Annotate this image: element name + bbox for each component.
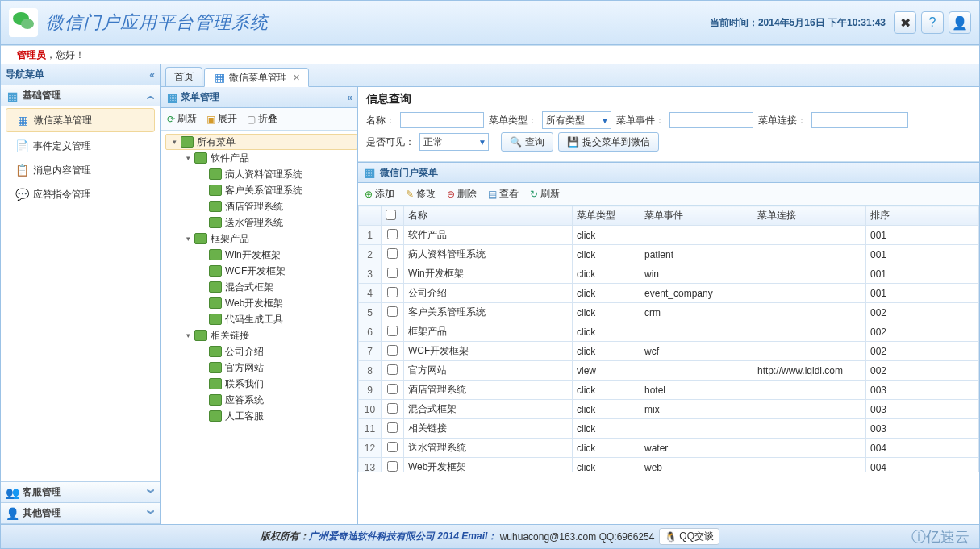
column-header[interactable]: 菜单连接 xyxy=(753,206,866,226)
sidebar-item-2[interactable]: 📋消息内容管理 xyxy=(1,158,160,182)
footer-email[interactable]: wuhuacong@163.com xyxy=(500,531,597,543)
tree-node[interactable]: 送水管理系统 xyxy=(165,214,357,231)
view-button[interactable]: ▤查看 xyxy=(488,187,519,201)
sidebar-item-label: 应答指令管理 xyxy=(33,188,91,202)
tree-node[interactable]: 客户关系管理系统 xyxy=(165,182,357,198)
nav-group-basic[interactable]: ▦ 基础管理 ︽ xyxy=(1,85,160,106)
cell-name: 官方网站 xyxy=(404,361,573,381)
qq-chat-button[interactable]: 🐧QQ交谈 xyxy=(659,528,719,545)
help-icon[interactable]: ? xyxy=(921,11,944,34)
tree-node[interactable]: Win开发框架 xyxy=(165,247,357,263)
table-row[interactable]: 13Web开发框架clickweb004 xyxy=(359,458,979,472)
nav-group-other[interactable]: 👤 其他管理 ︾ xyxy=(1,503,160,524)
column-header[interactable] xyxy=(359,206,382,226)
tree-node[interactable]: 人工客服 xyxy=(165,408,357,424)
table-row[interactable]: 12送水管理系统clickwater004 xyxy=(359,439,979,458)
type-select[interactable]: 所有类型▼ xyxy=(542,111,611,129)
close-icon[interactable]: ✕ xyxy=(293,73,300,83)
cell-name: 酒店管理系统 xyxy=(404,381,573,400)
table-row[interactable]: 7WCF开发框架clickwcf002 xyxy=(359,342,979,361)
caret-icon[interactable]: ▾ xyxy=(183,331,193,339)
tree-node[interactable]: 病人资料管理系统 xyxy=(165,166,357,182)
grid-refresh-button[interactable]: ↻刷新 xyxy=(530,187,560,201)
table-row[interactable]: 2病人资料管理系统clickpatient001 xyxy=(359,245,979,264)
tree-node[interactable]: 联系我们 xyxy=(165,376,357,392)
sidebar-item-0[interactable]: ▦微信菜单管理 xyxy=(6,108,155,132)
column-header[interactable]: 名称 xyxy=(404,206,573,226)
cell-name: 公司介绍 xyxy=(404,284,573,303)
table-row[interactable]: 8官方网站viewhttp://www.iqidi.com002 xyxy=(359,361,979,381)
table-row[interactable]: 3Win开发框架clickwin001 xyxy=(359,264,979,284)
tree-node[interactable]: ▾所有菜单 xyxy=(165,134,357,150)
row-checkbox[interactable] xyxy=(387,422,398,433)
sidebar-item-3[interactable]: 💬应答指令管理 xyxy=(1,182,160,206)
sidebar-item-1[interactable]: 📄事件定义管理 xyxy=(1,134,160,158)
row-checkbox[interactable] xyxy=(387,229,398,239)
table-row[interactable]: 9酒店管理系统clickhotel003 xyxy=(359,381,979,400)
nav-group-service[interactable]: 👥 客服管理 ︾ xyxy=(1,482,160,503)
user-icon[interactable]: 👤 xyxy=(949,11,971,34)
tree-node[interactable]: ▾相关链接 xyxy=(165,327,357,343)
column-header[interactable]: 菜单事件 xyxy=(640,206,753,226)
column-header[interactable]: 排序 xyxy=(866,206,979,226)
tree-expand-button[interactable]: ▣展开 xyxy=(206,112,237,126)
collapse-nav-icon[interactable]: « xyxy=(149,69,155,81)
caret-icon[interactable]: ▾ xyxy=(169,138,179,146)
table-row[interactable]: 10混合式框架clickmix003 xyxy=(359,400,979,419)
caret-icon[interactable]: ▾ xyxy=(183,154,193,162)
table-row[interactable]: 5客户关系管理系统clickcrm002 xyxy=(359,303,979,322)
row-checkbox[interactable] xyxy=(387,345,398,356)
tree-node[interactable]: 酒店管理系统 xyxy=(165,198,357,214)
tree-node[interactable]: Web开发框架 xyxy=(165,295,357,311)
column-header[interactable] xyxy=(382,206,404,226)
add-button[interactable]: ⊕添加 xyxy=(365,187,394,201)
visible-select[interactable]: 正常▼ xyxy=(419,133,489,151)
row-checkbox[interactable] xyxy=(387,268,398,278)
row-checkbox[interactable] xyxy=(387,384,398,394)
row-checkbox[interactable] xyxy=(387,306,398,317)
tab-1[interactable]: ▦微信菜单管理✕ xyxy=(204,68,309,87)
tree-node[interactable]: 应答系统 xyxy=(165,392,357,408)
column-header[interactable]: 菜单类型 xyxy=(573,206,640,226)
tree-node[interactable]: WCF开发框架 xyxy=(165,263,357,279)
tree-node[interactable]: 公司介绍 xyxy=(165,343,357,360)
tree-node[interactable]: ▾软件产品 xyxy=(165,150,357,166)
folder-icon xyxy=(194,330,207,341)
row-checkbox[interactable] xyxy=(387,248,398,259)
nav-title-label: 导航菜单 xyxy=(6,68,44,81)
tree-node[interactable]: 代码生成工具 xyxy=(165,311,357,327)
caret-icon[interactable]: ▾ xyxy=(183,235,193,243)
submit-wechat-button[interactable]: 💾提交菜单到微信 xyxy=(558,132,659,152)
tree-refresh-button[interactable]: ⟳刷新 xyxy=(167,112,197,126)
cell-type: click xyxy=(573,303,640,322)
table-row[interactable]: 11相关链接click003 xyxy=(359,419,979,439)
tree-node[interactable]: 官方网站 xyxy=(165,360,357,376)
tree-node[interactable]: 混合式框架 xyxy=(165,279,357,295)
table-row[interactable]: 1软件产品click001 xyxy=(359,226,979,245)
tree-node[interactable]: ▾框架产品 xyxy=(165,231,357,247)
tree-collapse-button[interactable]: ▢折叠 xyxy=(247,112,277,126)
row-checkbox[interactable] xyxy=(387,442,398,452)
collapse-tree-icon[interactable]: « xyxy=(347,92,352,103)
row-checkbox[interactable] xyxy=(387,364,398,375)
row-number: 5 xyxy=(359,303,382,322)
row-checkbox[interactable] xyxy=(387,287,398,297)
edit-button[interactable]: ✎修改 xyxy=(406,187,436,201)
tab-0[interactable]: 首页 xyxy=(165,67,202,86)
row-checkbox[interactable] xyxy=(387,326,398,336)
name-input[interactable] xyxy=(400,112,484,128)
cell-event xyxy=(640,419,753,439)
table-row[interactable]: 4公司介绍clickevent_company001 xyxy=(359,284,979,303)
cell-event: web xyxy=(640,458,753,472)
row-number: 6 xyxy=(359,322,382,342)
row-checkbox[interactable] xyxy=(387,403,398,414)
link-input[interactable] xyxy=(811,112,908,128)
event-input[interactable] xyxy=(669,112,753,128)
table-row[interactable]: 6框架产品click002 xyxy=(359,322,979,342)
delete-button[interactable]: ⊖删除 xyxy=(447,187,477,201)
select-all-checkbox[interactable] xyxy=(386,210,396,220)
cell-link xyxy=(753,381,866,400)
row-checkbox[interactable] xyxy=(387,461,398,472)
search-button[interactable]: 🔍查询 xyxy=(501,132,553,152)
settings-icon[interactable]: ✖︎ xyxy=(894,11,916,34)
